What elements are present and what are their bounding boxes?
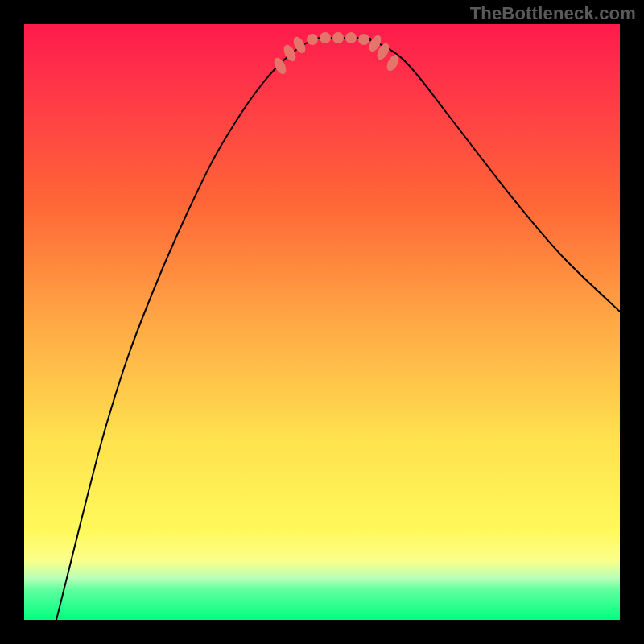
valley-marker-4 bbox=[320, 32, 331, 43]
curve-right-curve bbox=[370, 40, 620, 312]
curve-left-curve bbox=[56, 40, 314, 620]
valley-marker-6 bbox=[345, 32, 357, 43]
chart-frame: TheBottleneck.com bbox=[0, 0, 644, 644]
valley-marker-3 bbox=[307, 34, 318, 45]
watermark-text: TheBottleneck.com bbox=[470, 3, 636, 24]
chart-svg bbox=[24, 24, 620, 620]
valley-marker-7 bbox=[358, 34, 369, 45]
valley-marker-5 bbox=[332, 32, 344, 43]
plot-area bbox=[24, 24, 620, 620]
